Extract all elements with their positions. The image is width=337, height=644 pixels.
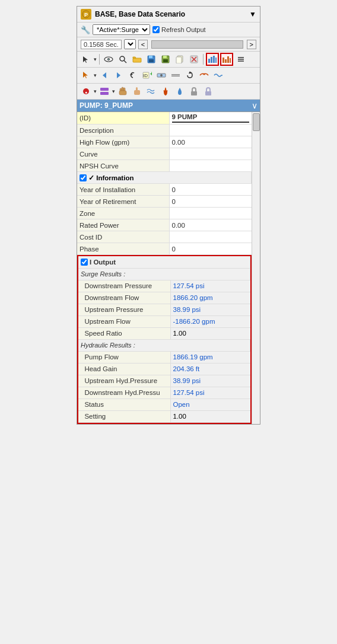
circle-red-button[interactable]: ● <box>80 85 93 98</box>
main-window: P BASE, Base Data Scenario ▼ 🔧 *Active*:… <box>77 6 260 425</box>
element-selector-bar[interactable]: PUMP: 9_PUMP ∨ <box>77 100 260 112</box>
result-label-downstream-pressure: Downstream Pressure <box>78 280 170 292</box>
prop-label-rated-power: Rated Power <box>77 219 169 231</box>
result-value-upstream-hyd: 38.99 psi <box>170 375 250 387</box>
title-bar: P BASE, Base Data Scenario ▼ <box>77 7 260 23</box>
svg-marker-30 <box>103 72 106 78</box>
svg-point-5 <box>120 56 125 61</box>
rotate-button[interactable] <box>183 69 196 82</box>
result-value-downstream-pressure: 127.54 psi <box>170 280 250 292</box>
prop-value-phase[interactable]: 0 <box>169 243 252 255</box>
prop-value-npsh[interactable] <box>169 160 252 172</box>
prop-value-id[interactable]: 9 PUMP <box>169 112 252 125</box>
prop-value-year-retire[interactable]: 0 <box>169 196 252 208</box>
output-checkbox[interactable] <box>81 259 88 266</box>
surge-results-label: Surge Results : <box>78 268 250 280</box>
lock2-button[interactable] <box>202 85 215 98</box>
output-section: I Output Surge Results : Downstream Pres… <box>77 255 252 424</box>
arrow-right-button[interactable] <box>112 69 125 82</box>
svg-marker-31 <box>117 72 120 78</box>
prop-row-npsh: NPSH Curve <box>77 160 252 172</box>
svg-text:●: ● <box>85 90 87 94</box>
window-title: BASE, Base Data Scenario <box>95 10 246 18</box>
refresh-output-checkbox[interactable] <box>152 26 160 33</box>
bird-button[interactable] <box>198 69 211 82</box>
prop-label-year-install: Year of Installation <box>77 184 169 196</box>
copy-button[interactable] <box>173 53 186 66</box>
refresh-output-checkbox-label: Refresh Output <box>152 26 206 33</box>
time-dropdown[interactable] <box>124 39 136 49</box>
scrollbar-thumb[interactable] <box>253 113 260 131</box>
chart-bar-button[interactable] <box>206 53 219 66</box>
svg-text:P: P <box>84 12 88 18</box>
waves-button[interactable] <box>145 85 158 98</box>
pipe-button[interactable] <box>169 69 182 82</box>
prop-value-curve[interactable] <box>169 148 252 160</box>
prop-value-highflow[interactable]: 0.00 <box>169 136 252 148</box>
clear-button[interactable] <box>187 53 201 66</box>
prop-row-year-install: Year of Installation 0 <box>77 184 252 196</box>
prop-value-zone[interactable] <box>169 208 252 219</box>
prop-value-year-install[interactable]: 0 <box>169 184 252 196</box>
time-display: 0.1568 Sec. <box>81 40 122 49</box>
cursor-tool-button[interactable] <box>80 53 93 66</box>
valve-button[interactable] <box>155 69 168 82</box>
svg-text:ID: ID <box>143 73 148 78</box>
prop-label-year-retire: Year of Retirement <box>77 196 169 208</box>
drops-button[interactable] <box>173 85 186 98</box>
prop-label-highflow: High Flow (gpm) <box>77 136 169 148</box>
fire-button[interactable] <box>159 85 172 98</box>
svg-rect-45 <box>100 92 109 95</box>
result-row-setting: Setting 1.00 <box>78 410 250 422</box>
eye-tool-button[interactable] <box>102 53 115 66</box>
toolbar-icon-small: 🔧 <box>81 25 90 34</box>
information-checkbox[interactable] <box>80 174 87 181</box>
zoom-tool-button[interactable] <box>116 53 129 66</box>
result-label-pump-flow: Pump Flow <box>78 351 170 363</box>
result-value-downstream-hyd: 127.54 psi <box>170 387 250 398</box>
menu-button[interactable] <box>234 53 247 66</box>
svg-rect-23 <box>222 58 224 63</box>
id-plus-button[interactable]: ID+ <box>141 69 154 82</box>
prop-value-description[interactable] <box>169 125 252 136</box>
svg-rect-12 <box>163 56 167 58</box>
grid-button[interactable] <box>98 85 111 98</box>
scenario-dropdown[interactable]: *Active*:Surge <box>93 24 150 35</box>
prop-value-rated-power[interactable]: 0.00 <box>169 219 252 231</box>
undo-button[interactable] <box>126 69 139 82</box>
surge-results-header: Surge Results : <box>78 268 250 280</box>
result-value-head-gain: 204.36 ft <box>170 363 250 375</box>
folder-open-button[interactable] <box>131 53 144 66</box>
toolbar-row-1: ▾ <box>77 52 260 68</box>
time-prev-button[interactable]: < <box>138 40 148 49</box>
svg-rect-52 <box>191 91 197 95</box>
pointer-button[interactable] <box>80 69 93 82</box>
time-next-button[interactable]: > <box>247 40 256 49</box>
svg-rect-10 <box>149 59 154 62</box>
result-value-upstream-pressure: 38.99 psi <box>170 304 250 315</box>
hand-point-button[interactable] <box>131 85 144 98</box>
hydraulic-results-label: Hydraulic Results : <box>78 339 250 351</box>
lock-button[interactable] <box>187 85 201 98</box>
arrow-left-button[interactable] <box>98 69 111 82</box>
result-row-pump-flow: Pump Flow 1866.19 gpm <box>78 351 250 363</box>
svg-rect-9 <box>149 56 152 58</box>
element-dropdown-arrow[interactable]: ∨ <box>252 101 257 110</box>
prop-label-id: (ID) <box>77 112 169 125</box>
svg-rect-49 <box>119 91 126 95</box>
save-disk-button[interactable] <box>159 53 172 66</box>
prop-value-cost-id[interactable] <box>169 231 252 243</box>
prop-row-year-retire: Year of Retirement 0 <box>77 196 252 208</box>
wave-button[interactable] <box>212 69 225 82</box>
title-dropdown-arrow[interactable]: ▼ <box>249 10 256 18</box>
hand-button[interactable] <box>116 85 129 98</box>
svg-rect-13 <box>163 59 168 62</box>
result-row-upstream-hyd: Upstream Hyd.Pressure 38.99 psi <box>78 375 250 387</box>
prop-row-zone: Zone <box>77 208 252 219</box>
prop-row-phase: Phase 0 <box>77 243 252 255</box>
prop-row-id: (ID) 9 PUMP <box>77 112 252 125</box>
chart-bar-2-button[interactable] <box>220 53 233 66</box>
prop-row-cost-id: Cost ID <box>77 231 252 243</box>
save-button[interactable] <box>145 53 158 66</box>
vertical-scrollbar[interactable] <box>252 112 260 424</box>
